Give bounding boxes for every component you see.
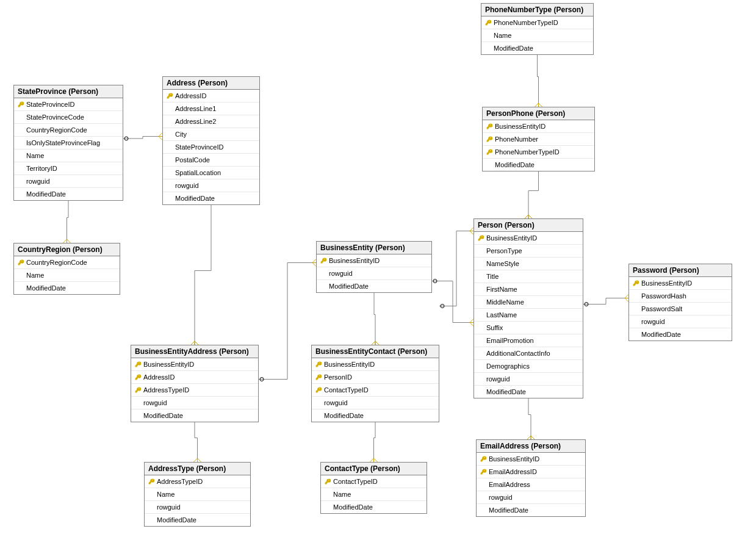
column-row[interactable]: rowguid [312,397,439,409]
entity-countryRegion[interactable]: CountryRegion (Person)CountryRegionCodeN… [13,243,120,295]
column-row[interactable]: ModifiedDate [481,42,593,54]
entity-personPhone[interactable]: PersonPhone (Person)BusinessEntityIDPhon… [482,107,595,171]
column-row[interactable]: BusinessEntityID [629,277,732,290]
column-row[interactable]: AddressID [131,371,258,384]
column-row[interactable]: AddressLine1 [163,103,259,115]
entity-contactType[interactable]: ContactType (Person)ContactTypeIDNameMod… [320,462,427,514]
column-row[interactable]: rowguid [163,179,259,192]
entity-address[interactable]: Address (Person)AddressIDAddressLine1Add… [162,76,260,205]
column-row[interactable]: AddressLine2 [163,115,259,128]
column-row[interactable]: ModifiedDate [321,501,427,513]
column-row[interactable]: PasswordSalt [629,303,732,315]
column-row[interactable]: rowguid [474,373,583,386]
column-row[interactable]: EmailAddress [477,478,585,491]
column-row[interactable]: rowguid [131,397,258,409]
column-row[interactable]: BusinessEntityID [474,232,583,245]
column-row[interactable]: Name [14,150,123,162]
column-name: rowguid [143,399,167,406]
entity-businessEntityContact[interactable]: BusinessEntityContact (Person)BusinessEn… [311,345,439,422]
entity-addressType[interactable]: AddressType (Person)AddressTypeIDNamerow… [144,462,251,527]
column-row[interactable]: Name [14,269,120,282]
column-row[interactable]: rowguid [14,175,123,188]
column-row[interactable]: LastName [474,309,583,322]
column-name: LastName [486,311,517,319]
column-row[interactable]: Name [481,29,593,42]
column-row[interactable]: rowguid [317,267,431,280]
column-row[interactable]: StateProvinceID [14,98,123,111]
column-row[interactable]: AddressTypeID [145,475,250,488]
column-row[interactable]: EmailAddressID [477,466,585,478]
column-name: PhoneNumber [495,135,538,143]
column-row[interactable]: ModifiedDate [145,514,250,526]
column-row[interactable]: PhoneNumber [483,133,594,146]
column-row[interactable]: StateProvinceCode [14,111,123,124]
column-row[interactable]: ModifiedDate [131,409,258,422]
column-row[interactable]: TerritoryID [14,162,123,175]
entity-title: PersonPhone (Person) [483,107,594,120]
column-row[interactable]: IsOnlyStateProvinceFlag [14,137,123,150]
column-row[interactable]: ModifiedDate [14,282,120,294]
entity-columns: BusinessEntityIDEmailAddressIDEmailAddre… [477,453,585,516]
column-row[interactable]: BusinessEntityID [317,254,431,267]
column-row[interactable]: ModifiedDate [629,328,732,341]
column-row[interactable]: NameStyle [474,258,583,270]
column-row[interactable]: BusinessEntityID [131,358,258,371]
column-row[interactable]: Suffix [474,322,583,334]
column-row[interactable]: ModifiedDate [14,188,123,200]
column-row[interactable]: City [163,128,259,141]
column-row[interactable]: rowguid [477,491,585,504]
column-row[interactable]: StateProvinceID [163,141,259,154]
column-row[interactable]: AddressID [163,90,259,103]
column-row[interactable]: ModifiedDate [317,280,431,292]
column-row[interactable]: Demographics [474,360,583,373]
entity-title: Person (Person) [474,219,583,232]
entity-phoneNumberType[interactable]: PhoneNumberType (Person)PhoneNumberTypeI… [481,3,594,55]
column-row[interactable]: BusinessEntityID [312,358,439,371]
primary-key-icon [477,235,485,241]
entity-person[interactable]: Person (Person)BusinessEntityIDPersonTyp… [473,218,583,398]
column-row[interactable]: AdditionalContactInfo [474,347,583,360]
column-name: PersonType [486,247,522,254]
column-row[interactable]: ModifiedDate [477,504,585,516]
entity-businessEntity[interactable]: BusinessEntity (Person)BusinessEntityIDr… [316,241,432,293]
column-row[interactable]: EmailPromotion [474,334,583,347]
entity-password[interactable]: Password (Person)BusinessEntityIDPasswor… [628,264,732,341]
column-row[interactable]: ModifiedDate [163,192,259,204]
primary-key-icon [147,478,156,485]
column-name: StateProvinceID [26,101,74,108]
column-row[interactable]: ContactTypeID [312,384,439,397]
column-row[interactable]: PersonType [474,245,583,258]
entity-emailAddress[interactable]: EmailAddress (Person)BusinessEntityIDEma… [476,439,586,517]
column-row[interactable]: CountryRegionCode [14,256,120,269]
column-row[interactable]: BusinessEntityID [477,453,585,466]
column-row[interactable]: ModifiedDate [312,409,439,422]
column-row[interactable]: PostalCode [163,154,259,167]
column-name: BusinessEntityID [489,455,539,463]
entity-stateProvince[interactable]: StateProvince (Person)StateProvinceIDSta… [13,85,123,201]
column-row[interactable]: FirstName [474,283,583,296]
column-row[interactable]: PhoneNumberTypeID [483,146,594,159]
column-row[interactable]: SpatialLocation [163,167,259,179]
column-row[interactable]: Title [474,270,583,283]
column-row[interactable]: Name [321,488,427,501]
entity-title: Password (Person) [629,264,732,277]
column-row[interactable]: CountryRegionCode [14,124,123,137]
column-row[interactable]: rowguid [145,501,250,514]
column-row[interactable]: BusinessEntityID [483,120,594,133]
column-row[interactable]: PhoneNumberTypeID [481,16,593,29]
column-row[interactable]: ModifiedDate [474,386,583,398]
entity-businessEntityAddress[interactable]: BusinessEntityAddress (Person)BusinessEn… [131,345,259,422]
column-row[interactable]: PersonID [312,371,439,384]
column-row[interactable]: ContactTypeID [321,475,427,488]
column-name: TerritoryID [26,165,57,172]
column-row[interactable]: MiddleName [474,296,583,309]
column-row[interactable]: ModifiedDate [483,159,594,171]
entity-title: EmailAddress (Person) [477,440,585,453]
column-name: StateProvinceID [175,143,223,151]
column-row[interactable]: PasswordHash [629,290,732,303]
column-name: EmailAddressID [489,468,537,475]
primary-key-icon [479,456,488,462]
column-row[interactable]: rowguid [629,315,732,328]
column-row[interactable]: Name [145,488,250,501]
column-row[interactable]: AddressTypeID [131,384,258,397]
